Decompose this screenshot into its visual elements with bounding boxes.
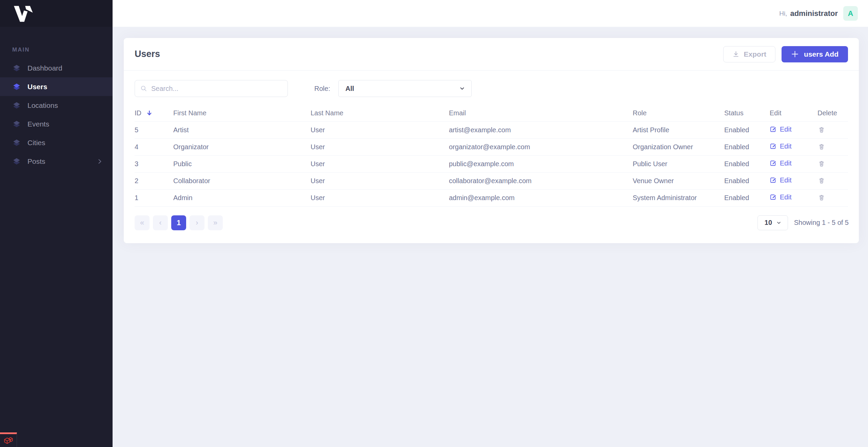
- download-icon: [732, 51, 739, 58]
- edit-button[interactable]: Edit: [770, 125, 791, 133]
- cell-status: Enabled: [724, 172, 770, 189]
- sidebar-item-posts[interactable]: Posts: [0, 152, 113, 171]
- cell-first-name: Collaborator: [173, 172, 311, 189]
- cell-first-name: Admin: [173, 189, 311, 206]
- sidebar-item-dashboard[interactable]: Dashboard: [0, 59, 113, 77]
- cell-first-name: Public: [173, 155, 311, 172]
- sidebar-section-label: MAIN: [0, 27, 113, 59]
- users-add-button-label: users Add: [804, 50, 839, 58]
- trash-icon: [818, 126, 825, 133]
- edit-button[interactable]: Edit: [770, 142, 791, 150]
- sort-desc-icon: [146, 110, 153, 116]
- cell-role: Venue Owner: [633, 172, 724, 189]
- cell-status: Enabled: [724, 138, 770, 155]
- sidebar-item-users[interactable]: Users: [0, 77, 113, 96]
- chevron-right-icon: [96, 158, 103, 165]
- role-select[interactable]: All: [338, 80, 472, 97]
- export-button-label: Export: [744, 50, 767, 58]
- cell-status: Enabled: [724, 155, 770, 172]
- cell-id: 2: [135, 172, 173, 189]
- cell-last-name: User: [311, 121, 449, 138]
- greeting-text: Hi,: [779, 10, 787, 17]
- pagination-last-button[interactable]: »: [208, 215, 223, 230]
- page-title: Users: [135, 49, 160, 59]
- column-header-first-name: First Name: [173, 105, 311, 121]
- export-button[interactable]: Export: [723, 46, 776, 62]
- column-header-email: Email: [449, 105, 633, 121]
- pagination-first-button[interactable]: «: [135, 215, 150, 230]
- cell-last-name: User: [311, 155, 449, 172]
- table-row: 3 Public User public@example.com Public …: [135, 155, 848, 172]
- sidebar-item-label: Locations: [27, 101, 58, 110]
- layers-icon: [12, 64, 21, 73]
- cell-email: artist@example.com: [449, 121, 633, 138]
- cell-id: 5: [135, 121, 173, 138]
- layers-icon: [12, 101, 21, 110]
- edit-icon: [770, 177, 776, 183]
- laravel-debugbar-toggle[interactable]: [0, 432, 17, 447]
- avatar[interactable]: A: [843, 6, 858, 21]
- delete-button[interactable]: [817, 193, 826, 201]
- cell-status: Enabled: [724, 189, 770, 206]
- table-row: 4 Organizator User organizator@example.c…: [135, 138, 848, 155]
- v-logo-icon: [11, 5, 35, 22]
- card-actions: Export users Add: [723, 46, 848, 62]
- trash-icon: [818, 177, 825, 184]
- edit-button[interactable]: Edit: [770, 159, 791, 167]
- pagination-prev-button[interactable]: ‹: [153, 215, 168, 230]
- cell-role: System Administrator: [633, 189, 724, 206]
- sidebar-item-cities[interactable]: Cities: [0, 133, 113, 152]
- search-icon: [140, 85, 147, 92]
- trash-icon: [818, 194, 825, 201]
- sidebar-item-label: Cities: [27, 139, 45, 147]
- edit-icon: [770, 126, 776, 133]
- sidebar-item-label: Users: [27, 83, 47, 91]
- pagination-next-button[interactable]: ›: [190, 215, 204, 230]
- page-size-value: 10: [765, 219, 772, 227]
- username-text: administrator: [790, 9, 838, 18]
- sidebar-item-label: Events: [27, 120, 49, 128]
- table-row: 5 Artist User artist@example.com Artist …: [135, 121, 848, 138]
- cell-last-name: User: [311, 138, 449, 155]
- edit-button[interactable]: Edit: [770, 193, 791, 201]
- laravel-icon: [3, 436, 14, 445]
- sidebar-item-events[interactable]: Events: [0, 115, 113, 133]
- search-box: [135, 80, 288, 97]
- role-filter: Role: All: [314, 80, 472, 97]
- delete-button[interactable]: [817, 159, 826, 168]
- cell-last-name: User: [311, 189, 449, 206]
- role-label: Role:: [314, 85, 330, 93]
- edit-button[interactable]: Edit: [770, 176, 791, 184]
- topbar: Hi, administrator A: [113, 0, 868, 27]
- page-size-select[interactable]: 10: [757, 215, 788, 230]
- layers-icon: [12, 120, 21, 129]
- delete-button[interactable]: [817, 176, 826, 184]
- users-table: ID First Name Last Name Email Role Statu…: [135, 105, 848, 207]
- pagination-summary: Showing 1 - 5 of 5: [794, 219, 849, 227]
- column-header-id[interactable]: ID: [135, 105, 173, 121]
- table-header-row: ID First Name Last Name Email Role Statu…: [135, 105, 848, 121]
- users-add-button[interactable]: users Add: [782, 46, 848, 62]
- sidebar-nav: Dashboard Users Locations Events: [0, 59, 113, 171]
- brand-logo[interactable]: [0, 0, 113, 27]
- filters-bar: Role: All: [124, 71, 859, 105]
- trash-icon: [818, 143, 825, 150]
- column-header-edit: Edit: [770, 105, 817, 121]
- sidebar-item-label: Dashboard: [27, 64, 62, 72]
- search-input[interactable]: [151, 85, 288, 93]
- edit-icon: [770, 160, 776, 167]
- user-menu[interactable]: Hi, administrator A: [779, 6, 858, 21]
- pagination-page-1-button[interactable]: 1: [171, 215, 186, 230]
- layers-icon: [12, 82, 21, 91]
- delete-button[interactable]: [817, 125, 826, 134]
- sidebar: MAIN Dashboard Users Locations: [0, 0, 113, 447]
- role-select-value: All: [346, 85, 354, 93]
- main-area: Hi, administrator A Users Export: [113, 0, 868, 447]
- cell-status: Enabled: [724, 121, 770, 138]
- layers-icon: [12, 138, 21, 147]
- delete-button[interactable]: [817, 142, 826, 151]
- chevron-down-icon: [459, 85, 465, 92]
- cell-id: 1: [135, 189, 173, 206]
- cell-id: 3: [135, 155, 173, 172]
- sidebar-item-locations[interactable]: Locations: [0, 96, 113, 115]
